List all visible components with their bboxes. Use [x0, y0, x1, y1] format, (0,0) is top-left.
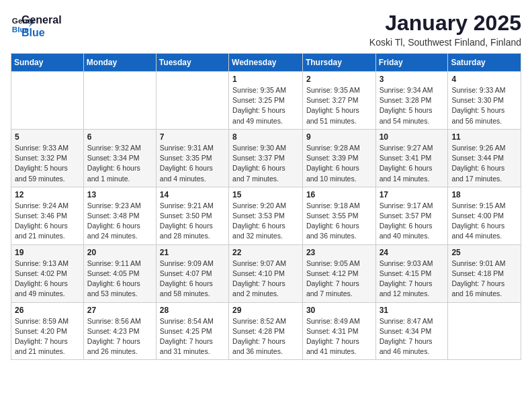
day-info: Sunrise: 9:09 AMSunset: 4:07 PMDaylight:… — [160, 259, 225, 300]
day-info: Sunrise: 9:33 AMSunset: 3:32 PMDaylight:… — [15, 143, 80, 184]
calendar-cell: 30Sunrise: 8:49 AMSunset: 4:31 PMDayligh… — [302, 302, 375, 360]
day-number: 11 — [451, 132, 517, 142]
calendar-cell: 2Sunrise: 9:35 AMSunset: 3:27 PMDaylight… — [302, 72, 375, 130]
day-number: 20 — [87, 248, 152, 257]
day-number: 30 — [306, 306, 372, 315]
day-info: Sunrise: 8:47 AMSunset: 4:34 PMDaylight:… — [380, 316, 445, 357]
calendar-cell: 23Sunrise: 9:05 AMSunset: 4:12 PMDayligh… — [302, 244, 375, 302]
calendar-cell: 7Sunrise: 9:31 AMSunset: 3:35 PMDaylight… — [156, 129, 228, 187]
location-title: Koski Tl, Southwest Finland, Finland — [369, 37, 521, 48]
calendar-week-5: 26Sunrise: 8:59 AMSunset: 4:20 PMDayligh… — [11, 302, 521, 360]
page-header: General Blue General Blue January 2025 K… — [11, 11, 521, 48]
calendar-cell: 27Sunrise: 8:56 AMSunset: 4:23 PMDayligh… — [83, 302, 156, 360]
logo-line2: Blue — [21, 26, 62, 39]
day-number: 28 — [160, 306, 225, 315]
day-info: Sunrise: 9:01 AMSunset: 4:18 PMDaylight:… — [451, 259, 517, 300]
day-number: 18 — [451, 190, 517, 199]
day-number: 6 — [87, 132, 152, 142]
calendar-cell: 18Sunrise: 9:15 AMSunset: 4:00 PMDayligh… — [448, 187, 521, 244]
day-info: Sunrise: 9:28 AMSunset: 3:39 PMDaylight:… — [306, 143, 372, 184]
calendar-cell: 20Sunrise: 9:11 AMSunset: 4:05 PMDayligh… — [83, 244, 156, 302]
day-info: Sunrise: 9:24 AMSunset: 3:46 PMDaylight:… — [15, 201, 80, 242]
day-info: Sunrise: 9:03 AMSunset: 4:15 PMDaylight:… — [380, 259, 445, 300]
weekday-header-row: SundayMondayTuesdayWednesdayThursdayFrid… — [11, 54, 521, 72]
day-info: Sunrise: 9:23 AMSunset: 3:48 PMDaylight:… — [87, 201, 152, 242]
calendar-cell: 3Sunrise: 9:34 AMSunset: 3:28 PMDaylight… — [375, 72, 448, 130]
day-number: 25 — [451, 248, 517, 257]
calendar-cell: 19Sunrise: 9:13 AMSunset: 4:02 PMDayligh… — [11, 244, 84, 302]
day-number: 24 — [380, 248, 445, 257]
day-info: Sunrise: 9:32 AMSunset: 3:34 PMDaylight:… — [87, 143, 152, 184]
day-number: 7 — [160, 132, 225, 142]
day-number: 4 — [451, 75, 517, 84]
day-info: Sunrise: 9:27 AMSunset: 3:41 PMDaylight:… — [380, 143, 445, 184]
calendar-cell: 4Sunrise: 9:33 AMSunset: 3:30 PMDaylight… — [448, 72, 521, 130]
calendar-cell: 5Sunrise: 9:33 AMSunset: 3:32 PMDaylight… — [11, 129, 84, 187]
day-info: Sunrise: 9:05 AMSunset: 4:12 PMDaylight:… — [306, 259, 372, 300]
calendar-cell: 13Sunrise: 9:23 AMSunset: 3:48 PMDayligh… — [83, 187, 156, 244]
day-number: 3 — [380, 75, 445, 84]
day-number: 2 — [306, 75, 372, 84]
calendar-cell: 29Sunrise: 8:52 AMSunset: 4:28 PMDayligh… — [229, 302, 303, 360]
calendar-cell: 17Sunrise: 9:17 AMSunset: 3:57 PMDayligh… — [375, 187, 448, 244]
day-info: Sunrise: 9:33 AMSunset: 3:30 PMDaylight:… — [451, 85, 517, 126]
day-number: 17 — [380, 190, 445, 199]
day-info: Sunrise: 8:49 AMSunset: 4:31 PMDaylight:… — [306, 316, 372, 357]
month-title: January 2025 — [369, 11, 521, 36]
day-number: 12 — [15, 190, 80, 199]
day-info: Sunrise: 9:34 AMSunset: 3:28 PMDaylight:… — [380, 85, 445, 126]
calendar-cell: 21Sunrise: 9:09 AMSunset: 4:07 PMDayligh… — [156, 244, 228, 302]
day-number: 10 — [380, 132, 445, 142]
day-number: 5 — [15, 132, 80, 142]
day-number: 27 — [87, 306, 152, 315]
day-number: 14 — [160, 190, 225, 199]
day-info: Sunrise: 8:54 AMSunset: 4:25 PMDaylight:… — [160, 316, 225, 357]
calendar-week-2: 5Sunrise: 9:33 AMSunset: 3:32 PMDaylight… — [11, 129, 521, 187]
day-info: Sunrise: 8:56 AMSunset: 4:23 PMDaylight:… — [87, 316, 152, 357]
weekday-header-wednesday: Wednesday — [229, 54, 303, 72]
calendar-cell — [156, 72, 228, 130]
weekday-header-sunday: Sunday — [11, 54, 84, 72]
day-info: Sunrise: 9:15 AMSunset: 4:00 PMDaylight:… — [451, 201, 517, 242]
day-info: Sunrise: 9:13 AMSunset: 4:02 PMDaylight:… — [15, 259, 80, 300]
day-info: Sunrise: 9:31 AMSunset: 3:35 PMDaylight:… — [160, 143, 225, 184]
day-number: 29 — [232, 306, 299, 315]
weekday-header-thursday: Thursday — [302, 54, 375, 72]
calendar-cell: 24Sunrise: 9:03 AMSunset: 4:15 PMDayligh… — [375, 244, 448, 302]
weekday-header-saturday: Saturday — [448, 54, 521, 72]
day-number: 16 — [306, 190, 372, 199]
calendar-cell: 6Sunrise: 9:32 AMSunset: 3:34 PMDaylight… — [83, 129, 156, 187]
logo: General Blue General Blue — [11, 11, 62, 39]
calendar-header: SundayMondayTuesdayWednesdayThursdayFrid… — [11, 54, 521, 72]
day-info: Sunrise: 9:21 AMSunset: 3:50 PMDaylight:… — [160, 201, 225, 242]
calendar-cell: 12Sunrise: 9:24 AMSunset: 3:46 PMDayligh… — [11, 187, 84, 244]
calendar-week-1: 1Sunrise: 9:35 AMSunset: 3:25 PMDaylight… — [11, 72, 521, 130]
day-number: 26 — [15, 306, 80, 315]
day-info: Sunrise: 8:59 AMSunset: 4:20 PMDaylight:… — [15, 316, 80, 357]
calendar-cell: 26Sunrise: 8:59 AMSunset: 4:20 PMDayligh… — [11, 302, 84, 360]
calendar-cell: 10Sunrise: 9:27 AMSunset: 3:41 PMDayligh… — [375, 129, 448, 187]
calendar-week-3: 12Sunrise: 9:24 AMSunset: 3:46 PMDayligh… — [11, 187, 521, 244]
calendar-cell: 25Sunrise: 9:01 AMSunset: 4:18 PMDayligh… — [448, 244, 521, 302]
day-number: 23 — [306, 248, 372, 257]
day-number: 19 — [15, 248, 80, 257]
calendar-cell: 22Sunrise: 9:07 AMSunset: 4:10 PMDayligh… — [229, 244, 303, 302]
day-info: Sunrise: 9:07 AMSunset: 4:10 PMDaylight:… — [232, 259, 299, 300]
calendar-cell: 14Sunrise: 9:21 AMSunset: 3:50 PMDayligh… — [156, 187, 228, 244]
calendar-cell: 11Sunrise: 9:26 AMSunset: 3:44 PMDayligh… — [448, 129, 521, 187]
day-info: Sunrise: 9:20 AMSunset: 3:53 PMDaylight:… — [232, 201, 299, 242]
day-info: Sunrise: 9:35 AMSunset: 3:25 PMDaylight:… — [232, 85, 299, 126]
title-section: January 2025 Koski Tl, Southwest Finland… — [369, 11, 521, 48]
calendar-cell — [11, 72, 84, 130]
calendar-cell: 31Sunrise: 8:47 AMSunset: 4:34 PMDayligh… — [375, 302, 448, 360]
calendar-cell: 1Sunrise: 9:35 AMSunset: 3:25 PMDaylight… — [229, 72, 303, 130]
calendar-cell — [448, 302, 521, 360]
weekday-header-tuesday: Tuesday — [156, 54, 228, 72]
day-info: Sunrise: 8:52 AMSunset: 4:28 PMDaylight:… — [232, 316, 299, 357]
day-info: Sunrise: 9:30 AMSunset: 3:37 PMDaylight:… — [232, 143, 299, 184]
day-number: 9 — [306, 132, 372, 142]
day-number: 21 — [160, 248, 225, 257]
calendar-cell: 9Sunrise: 9:28 AMSunset: 3:39 PMDaylight… — [302, 129, 375, 187]
calendar-week-4: 19Sunrise: 9:13 AMSunset: 4:02 PMDayligh… — [11, 244, 521, 302]
day-number: 31 — [380, 306, 445, 315]
